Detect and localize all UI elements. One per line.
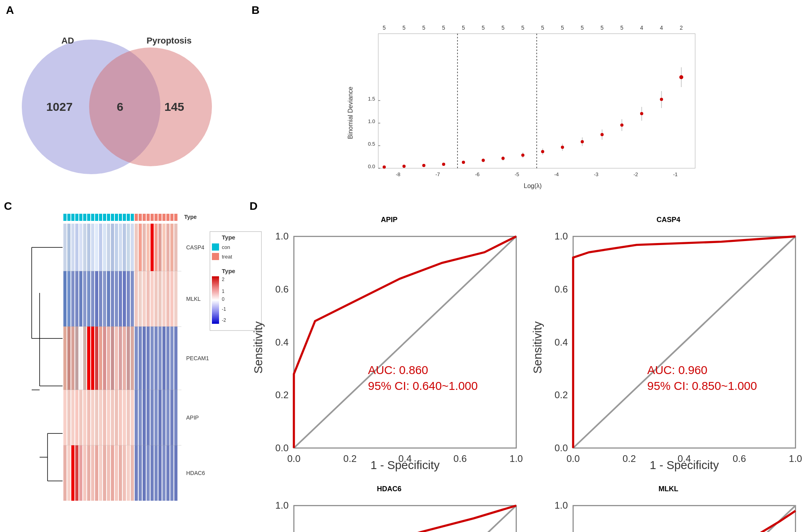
svg-rect-94 bbox=[162, 214, 166, 221]
svg-rect-234 bbox=[67, 445, 71, 501]
svg-rect-149 bbox=[99, 271, 102, 327]
svg-rect-176 bbox=[83, 327, 86, 390]
svg-rect-217 bbox=[123, 390, 126, 445]
svg-rect-85 bbox=[127, 214, 130, 221]
svg-rect-194 bbox=[154, 327, 158, 390]
panel-c-label: C bbox=[4, 200, 12, 213]
svg-text:5: 5 bbox=[620, 25, 623, 31]
lasso-plot: 5 5 5 5 5 5 5 5 5 5 5 5 5 4 4 2 Binomial… bbox=[254, 22, 796, 192]
svg-rect-126 bbox=[131, 224, 134, 271]
main-layout: A AD Pyroptosis 1027 6 145 B 5 bbox=[0, 0, 812, 532]
svg-rect-71 bbox=[71, 214, 74, 221]
svg-rect-120 bbox=[107, 224, 110, 271]
svg-rect-91 bbox=[151, 214, 154, 221]
svg-text:5: 5 bbox=[402, 25, 406, 31]
svg-rect-223 bbox=[147, 390, 150, 445]
svg-rect-204 bbox=[71, 390, 74, 445]
svg-text:-7: -7 bbox=[435, 171, 440, 177]
svg-rect-141 bbox=[67, 271, 71, 327]
svg-rect-113 bbox=[79, 224, 82, 271]
svg-rect-246 bbox=[115, 445, 118, 501]
svg-rect-192 bbox=[147, 327, 150, 390]
svg-text:0.5: 0.5 bbox=[368, 141, 375, 147]
svg-rect-177 bbox=[87, 327, 90, 390]
svg-rect-197 bbox=[166, 327, 170, 390]
svg-point-56 bbox=[561, 146, 564, 149]
svg-rect-143 bbox=[75, 271, 78, 327]
svg-rect-121 bbox=[111, 224, 114, 271]
heatmap-casp4-row: CASP4 bbox=[63, 224, 204, 271]
svg-rect-270 bbox=[212, 276, 219, 324]
roc-apip-svg: 1 - Specificity Sensitivity 0.0 0.2 0.4 … bbox=[252, 225, 527, 481]
svg-rect-228 bbox=[166, 390, 170, 445]
svg-rect-110 bbox=[67, 224, 71, 271]
svg-rect-111 bbox=[71, 224, 74, 271]
svg-rect-73 bbox=[79, 214, 82, 221]
svg-rect-181 bbox=[103, 327, 106, 390]
roc-mlkl-chart: 1 - Specificity Sensitivity 0.0 0.2 0.4 … bbox=[531, 494, 806, 532]
panel-a-label: A bbox=[6, 4, 14, 17]
svg-text:-1: -1 bbox=[222, 306, 226, 312]
svg-text:Sensitivity: Sensitivity bbox=[252, 321, 265, 374]
svg-rect-189 bbox=[135, 327, 138, 390]
svg-rect-247 bbox=[119, 445, 122, 501]
svg-rect-179 bbox=[95, 327, 98, 390]
svg-rect-187 bbox=[127, 327, 130, 390]
svg-rect-191 bbox=[143, 327, 146, 390]
svg-rect-115 bbox=[87, 224, 90, 271]
roc-mlkl: MLKL 1 - Specificity Sensitivity 0.0 0.2… bbox=[529, 483, 808, 532]
svg-rect-226 bbox=[158, 390, 162, 445]
svg-rect-173 bbox=[71, 327, 74, 390]
svg-rect-109 bbox=[63, 224, 67, 271]
svg-rect-221 bbox=[139, 390, 142, 445]
roc-casp4-svg: 1 - Specificity Sensitivity 0.0 0.2 0.4 … bbox=[531, 225, 806, 481]
roc-apip: APIP 1 - Specificity Sensitivity 0.0 bbox=[250, 214, 529, 483]
svg-text:4: 4 bbox=[660, 25, 663, 31]
venn-center-number: 6 bbox=[117, 100, 124, 113]
svg-rect-196 bbox=[162, 327, 166, 390]
svg-text:Type: Type bbox=[184, 214, 197, 220]
svg-text:1.0: 1.0 bbox=[275, 231, 288, 241]
svg-text:Type: Type bbox=[222, 234, 235, 241]
svg-rect-257 bbox=[158, 445, 162, 501]
svg-rect-237 bbox=[79, 445, 82, 501]
svg-rect-178 bbox=[91, 327, 94, 390]
svg-text:1.0: 1.0 bbox=[789, 453, 802, 464]
svg-rect-244 bbox=[107, 445, 110, 501]
svg-rect-199 bbox=[174, 327, 177, 390]
venn-ad-label: AD bbox=[61, 36, 74, 46]
svg-rect-160 bbox=[143, 271, 146, 327]
svg-rect-243 bbox=[103, 445, 106, 501]
svg-text:5: 5 bbox=[600, 25, 604, 31]
svg-point-46 bbox=[462, 161, 465, 164]
svg-rect-254 bbox=[147, 445, 150, 501]
svg-text:1.0: 1.0 bbox=[555, 231, 568, 241]
svg-text:95% CI: 0.850~1.000: 95% CI: 0.850~1.000 bbox=[647, 379, 757, 392]
svg-rect-133 bbox=[158, 224, 162, 271]
svg-rect-154 bbox=[119, 271, 122, 327]
svg-rect-180 bbox=[99, 327, 102, 390]
svg-rect-249 bbox=[127, 445, 130, 501]
svg-rect-79 bbox=[103, 214, 106, 221]
svg-rect-125 bbox=[127, 224, 130, 271]
svg-point-44 bbox=[442, 163, 445, 166]
venn-right-number: 145 bbox=[164, 100, 184, 113]
svg-rect-248 bbox=[123, 445, 126, 501]
svg-rect-186 bbox=[123, 327, 126, 390]
svg-rect-144 bbox=[79, 271, 82, 327]
svg-rect-184 bbox=[115, 327, 118, 390]
svg-rect-112 bbox=[75, 224, 78, 271]
svg-rect-162 bbox=[151, 271, 154, 327]
venn-pyro-label: Pyroptosis bbox=[147, 36, 192, 46]
svg-rect-130 bbox=[147, 224, 150, 271]
svg-text:0.2: 0.2 bbox=[343, 453, 356, 464]
roc-casp4: CASP4 1 - Specificity Sensitivity 0.0 0.… bbox=[529, 214, 808, 483]
svg-text:treat: treat bbox=[222, 254, 232, 260]
roc-apip-chart: 1 - Specificity Sensitivity 0.0 0.2 0.4 … bbox=[252, 225, 527, 481]
svg-text:-2: -2 bbox=[633, 171, 638, 177]
svg-rect-253 bbox=[143, 445, 146, 501]
svg-rect-195 bbox=[158, 327, 162, 390]
svg-rect-132 bbox=[154, 224, 158, 271]
svg-text:CASP4: CASP4 bbox=[186, 244, 204, 251]
svg-text:5: 5 bbox=[482, 25, 485, 31]
